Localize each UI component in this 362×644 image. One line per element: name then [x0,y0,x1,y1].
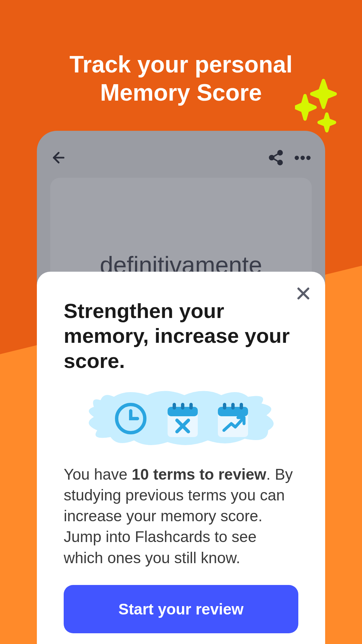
svg-rect-11 [181,403,184,410]
close-icon[interactable] [295,285,312,302]
svg-line-3 [274,154,278,157]
memory-illustration [80,387,282,450]
svg-rect-17 [240,403,243,410]
share-icon[interactable] [267,149,284,166]
sparkles-icon [295,77,339,134]
sheet-body: You have 10 terms to review. By studying… [64,464,298,568]
sheet-title: Strengthen your memory, increase your sc… [64,299,298,373]
svg-rect-12 [189,403,193,410]
calendar-trend-icon [218,403,248,437]
svg-rect-16 [231,403,235,410]
phone-mock: ••• definitivamente Strengthen your memo… [37,131,325,644]
svg-rect-10 [173,403,176,410]
calendar-x-icon [168,403,198,437]
more-icon[interactable]: ••• [294,149,312,166]
svg-line-4 [274,159,278,161]
svg-rect-15 [223,403,226,410]
sheet-body-prefix: You have [64,466,132,483]
phone-topbar: ••• [50,148,312,168]
start-review-button[interactable]: Start your review [64,585,298,633]
back-icon[interactable] [50,149,67,166]
sheet-body-bold: 10 terms to review [132,466,266,483]
bottom-sheet: Strengthen your memory, increase your sc… [37,272,325,644]
